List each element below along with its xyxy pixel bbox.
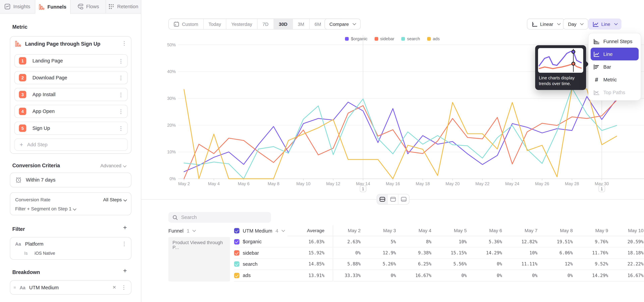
table-row-search[interactable]: search14.85%5.88%5.26%6.25%5.56%0%11.11%… <box>234 259 644 270</box>
daily-value: 0% <box>545 270 580 281</box>
range-30d[interactable]: 30D <box>274 19 293 29</box>
kebab-icon[interactable]: ⋮ <box>118 58 124 64</box>
step-number-badge: 1 <box>19 57 26 64</box>
date-column-header[interactable]: May 4 <box>403 225 439 236</box>
legend-swatch <box>427 37 431 40</box>
tab-funnels[interactable]: Funnels <box>36 0 71 14</box>
date-column-header[interactable]: May 3 <box>368 225 404 236</box>
average-column-header[interactable]: Average <box>288 225 332 236</box>
close-icon[interactable]: ✕ <box>112 285 116 290</box>
chart-type-dropdown[interactable]: Line <box>588 18 622 30</box>
kebab-icon[interactable]: ⋮ <box>118 126 124 131</box>
range-3m[interactable]: 3M <box>293 19 310 29</box>
tab-insights[interactable]: Insights <box>0 0 36 13</box>
legend-item-search[interactable]: search <box>401 36 420 41</box>
funnel-step-row[interactable]: 1 Landing Page ⋮ <box>14 54 128 67</box>
kebab-icon[interactable]: ⋮ <box>121 285 126 290</box>
legend-item-sidebar[interactable]: sidebar <box>374 36 394 41</box>
tooltip-mini-chart <box>538 48 583 73</box>
legend-item-organic[interactable]: $organic <box>345 36 368 41</box>
date-column-header[interactable]: May 8 <box>545 225 580 236</box>
metric-title[interactable]: Landing Page through Sign Up <box>25 41 100 47</box>
daily-value: 19.51% <box>545 236 580 247</box>
date-column-header[interactable]: May 9 <box>580 225 616 236</box>
menu-item-metric[interactable]: # Metric <box>588 73 641 86</box>
search-input[interactable] <box>181 214 263 220</box>
annotation-badge[interactable] <box>599 186 605 192</box>
funnel-column-header[interactable]: Funnel 1 <box>168 225 234 236</box>
menu-item-top-paths[interactable]: Top Paths <box>588 86 641 99</box>
range-yesterday[interactable]: Yesterday <box>226 19 258 29</box>
date-column-header[interactable]: May 10 <box>616 225 644 236</box>
add-breakdown-button[interactable]: + <box>123 267 127 274</box>
add-filter-button[interactable]: + <box>123 224 127 231</box>
layout-table-only-button[interactable] <box>398 194 409 204</box>
tooltip-text: Line charts display trends over time. <box>539 75 582 86</box>
funnel-step-row[interactable]: 5 Sign Up ⋮ <box>14 122 128 135</box>
funnel-step-row[interactable]: 3 App Install ⋮ <box>14 88 128 101</box>
step-label: App Open <box>32 108 54 114</box>
funnel-step-row[interactable]: 4 App Open ⋮ <box>14 105 128 118</box>
series-checkbox[interactable] <box>234 273 240 278</box>
table-row-organic[interactable]: $organic16.03%2.63%5%8%10%5.36%12.82%19.… <box>234 236 644 248</box>
tab-label: Insights <box>13 4 30 10</box>
legend-item-ads[interactable]: ads <box>427 36 440 41</box>
range-today[interactable]: Today <box>204 19 226 29</box>
kebab-icon[interactable]: ⋮ <box>118 109 124 114</box>
advanced-dropdown[interactable]: Advanced <box>100 163 126 168</box>
date-column-header[interactable]: May 5 <box>439 225 474 236</box>
kebab-icon[interactable]: ⋮ <box>118 75 124 80</box>
conversion-window-card[interactable]: Within 7 days <box>10 173 132 188</box>
menu-item-line[interactable]: Line <box>591 48 639 60</box>
add-step-button[interactable]: +Add Step <box>14 138 128 151</box>
x-axis-label: May 20 <box>446 181 460 186</box>
granularity-dropdown[interactable]: Day <box>563 18 588 30</box>
date-column-header[interactable]: May 7 <box>510 225 545 236</box>
range-custom[interactable]: Custom <box>169 19 204 29</box>
range-7d[interactable]: 7D <box>258 19 274 29</box>
daily-value: 5.26% <box>368 259 404 270</box>
step-number-badge: 3 <box>19 91 26 98</box>
date-column-header[interactable]: May 6 <box>474 225 510 236</box>
filter-segment-dropdown[interactable]: Filter + Segment on Step 1 <box>15 206 76 211</box>
kebab-icon[interactable]: ⋮ <box>122 40 127 46</box>
daily-value: 10% <box>439 236 474 247</box>
daily-value: 16.67% <box>616 270 644 281</box>
funnel-name-cell[interactable]: Product Viewed through P... <box>168 237 230 281</box>
filter-card[interactable]: Aa Platform ⋮ Is iOS Native <box>10 237 132 260</box>
breakdown-card[interactable]: ≡ Aa UTM Medium ✕ ⋮ <box>10 280 132 294</box>
table-row-sidebar[interactable]: sidebar15.92%0%12.9%9.38%15.15%14.29%10%… <box>234 248 644 259</box>
y-axis-label: 0% <box>170 176 176 181</box>
step-label: Sign Up <box>32 125 50 131</box>
tab-retention[interactable]: Retention <box>106 0 142 13</box>
daily-value: 0% <box>368 270 404 281</box>
chevron-down-icon <box>282 228 285 232</box>
series-checkbox[interactable] <box>234 262 240 267</box>
table-row-ads[interactable]: ads13.91%33.33%0%16.67%0%0%0%0%14.29%16.… <box>234 270 644 281</box>
daily-value: 6.06% <box>545 248 580 258</box>
text-property-icon: Aa <box>20 285 25 290</box>
series-checkbox[interactable] <box>234 239 240 244</box>
date-column-header[interactable]: May 2 <box>333 225 368 236</box>
scale-dropdown[interactable]: Linear <box>527 18 565 30</box>
annotation-badge[interactable] <box>360 186 366 192</box>
series-checkbox[interactable] <box>234 250 240 256</box>
tab-flows[interactable]: Flows <box>70 0 106 13</box>
all-steps-dropdown[interactable]: All Steps <box>103 197 126 202</box>
breakdown-column-header[interactable]: UTM Medium 4 <box>234 225 288 236</box>
range-6m[interactable]: 6M <box>310 19 326 29</box>
compare-button[interactable]: Compare <box>324 18 360 30</box>
menu-item-funnel-steps[interactable]: Funnel Steps <box>588 35 641 48</box>
layout-chart-only-button[interactable] <box>388 194 398 204</box>
daily-value: 20.59% <box>616 236 644 247</box>
layout-split-view-button[interactable] <box>377 194 388 204</box>
funnel-step-row[interactable]: 2 Download Page ⋮ <box>14 71 128 84</box>
x-axis-label: May 30 <box>595 181 609 186</box>
daily-value: 33.33% <box>333 270 368 281</box>
drag-handle-icon[interactable]: ≡ <box>14 285 16 290</box>
kebab-icon[interactable]: ⋮ <box>118 92 124 97</box>
select-all-checkbox[interactable] <box>234 228 240 234</box>
step-label: App Install <box>32 92 55 97</box>
menu-item-bar[interactable]: Bar <box>588 60 641 73</box>
kebab-icon[interactable]: ⋮ <box>122 241 127 247</box>
